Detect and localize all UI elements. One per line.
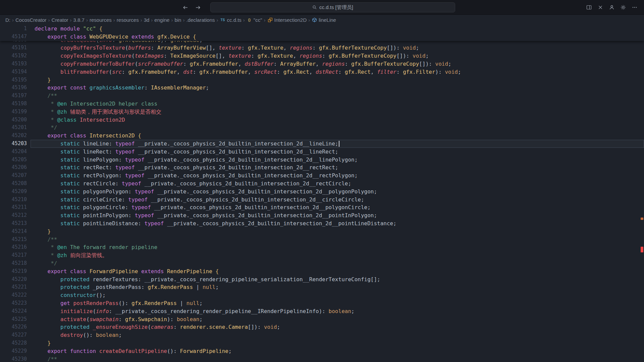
back-button[interactable] — [181, 3, 189, 11]
close-button[interactable] — [596, 3, 605, 12]
breadcrumb-item[interactable]: {}"cc" — [247, 17, 262, 23]
breadcrumb-item[interactable]: Intersection2D — [267, 17, 307, 23]
code-line[interactable]: 45195 } — [0, 76, 644, 84]
line-number[interactable]: 45224 — [0, 307, 27, 315]
line-number[interactable]: 45199 — [0, 108, 27, 116]
sticky-line[interactable]: 45147 export class WebGPUDevice extends … — [0, 33, 644, 41]
code-line[interactable]: 45208 static rectCircle: typeof __privat… — [0, 180, 644, 188]
code-line[interactable]: 45205 static linePolygon: typeof __priva… — [0, 156, 644, 164]
code-line[interactable]: 45214 } — [0, 228, 644, 236]
line-number[interactable]: 45212 — [0, 212, 27, 220]
line-number[interactable]: 45210 — [0, 196, 27, 204]
breadcrumb-item[interactable]: TScc.d.ts — [220, 17, 241, 23]
line-number[interactable]: 45205 — [0, 156, 27, 164]
breadcrumb-item[interactable]: 3.8.7 — [73, 17, 85, 23]
line-number[interactable]: 45204 — [0, 148, 27, 156]
line-number[interactable]: 45225 — [0, 315, 27, 323]
code-line[interactable]: 45197 /** — [0, 92, 644, 100]
code-line[interactable]: 45200 * @class Intersection2D — [0, 116, 644, 124]
breadcrumb-item[interactable]: .declarations — [186, 17, 215, 23]
breadcrumb-item[interactable]: D: — [5, 17, 10, 23]
code-line[interactable]: 45220 protected renderTextures: __privat… — [0, 276, 644, 284]
code-line[interactable]: 45226 protected _ensureEnoughSize(camera… — [0, 323, 644, 331]
code-line[interactable]: 45215 /** — [0, 236, 644, 244]
code-line[interactable]: 45211 static polygonCircle: typeof __pri… — [0, 203, 644, 212]
line-number[interactable]: 45228 — [0, 339, 27, 347]
code-line[interactable]: 45225 activate(swapchain: gfx.Swapchain)… — [0, 315, 644, 323]
code-line[interactable]: 45212 static pointInPolygon: typeof __pr… — [0, 212, 644, 220]
code-line[interactable]: 45194 blitFramebuffer(src: gfx.Framebuff… — [0, 68, 644, 76]
line-number[interactable]: 45215 — [0, 236, 27, 244]
code-line[interactable]: 45218 */ — [0, 259, 644, 267]
breadcrumb-item[interactable]: 3d — [144, 17, 150, 23]
command-center[interactable]: cc.d.ts [管理员] — [210, 2, 455, 12]
code-line[interactable]: 45223 get postRenderPass(): gfx.RenderPa… — [0, 299, 644, 307]
line-number[interactable]: 45207 — [0, 172, 27, 180]
code-line[interactable]: 45196 export const graphicsAssembler: IA… — [0, 84, 644, 92]
breadcrumb-item[interactable]: engine — [154, 17, 169, 23]
editor[interactable]: 45190 createQueue(info: gfx.QueueInfo): … — [0, 25, 644, 362]
forward-button[interactable] — [194, 3, 202, 11]
code-line[interactable]: 45222 constructor(); — [0, 291, 644, 299]
code-line[interactable]: 45204 static lineRect: typeof __private.… — [0, 148, 644, 156]
code-line[interactable]: 45191 copyBuffersToTexture(buffers: Arra… — [0, 44, 644, 52]
line-number[interactable]: 45222 — [0, 291, 27, 299]
breadcrumb-item[interactable]: resources — [90, 17, 112, 23]
code-line[interactable]: 45201 */ — [0, 124, 644, 132]
code-line[interactable]: 45227 destroy(): boolean; — [0, 331, 644, 339]
breadcrumb-item[interactable]: lineLine — [312, 17, 336, 23]
overview-ruler[interactable] — [640, 25, 644, 362]
line-number[interactable]: 45198 — [0, 100, 27, 108]
line-number[interactable]: 45203 — [0, 140, 27, 148]
layout-button[interactable] — [584, 3, 594, 12]
line-number[interactable]: 45202 — [0, 132, 27, 140]
code-line[interactable]: 45193 copyFramebufferToBuffer(srcFramebu… — [0, 60, 644, 68]
line-number[interactable]: 45214 — [0, 228, 27, 236]
more-button[interactable] — [630, 3, 639, 12]
code-line[interactable]: 45216 * @en The forward render pipeline — [0, 243, 644, 251]
line-number[interactable]: 1 — [0, 25, 27, 33]
line-number[interactable]: 45201 — [0, 124, 27, 132]
line-number[interactable]: 45194 — [0, 68, 27, 76]
code-line[interactable]: 45219 export class ForwardPipeline exten… — [0, 267, 644, 276]
code-line[interactable]: 45221 protected _postRenderPass: gfx.Ren… — [0, 283, 644, 291]
line-number[interactable]: 45191 — [0, 44, 27, 52]
line-number[interactable]: 45226 — [0, 323, 27, 331]
line-number[interactable]: 45195 — [0, 76, 27, 84]
line-number[interactable]: 45213 — [0, 220, 27, 228]
line-number[interactable]: 45209 — [0, 188, 27, 196]
line-number[interactable]: 45216 — [0, 243, 27, 251]
line-number[interactable]: 45230 — [0, 355, 27, 362]
account-button[interactable] — [607, 3, 616, 12]
code-line[interactable]: 45213 static pointLineDistance: typeof _… — [0, 220, 644, 228]
line-number[interactable]: 45229 — [0, 347, 27, 355]
line-number[interactable]: 45218 — [0, 259, 27, 267]
code-line[interactable]: 45224 initialize(info: __private._cocos_… — [0, 307, 644, 315]
line-number[interactable]: 45219 — [0, 267, 27, 276]
code-line[interactable]: 45230 /** — [0, 355, 644, 362]
line-number[interactable]: 45221 — [0, 283, 27, 291]
line-number[interactable]: 45206 — [0, 164, 27, 172]
line-number[interactable]: 45192 — [0, 52, 27, 60]
breadcrumb-item[interactable]: CocosCreator — [15, 17, 47, 23]
code-line[interactable]: 45202 export class Intersection2D { — [0, 132, 644, 140]
code-area[interactable]: 45190 createQueue(info: gfx.QueueInfo): … — [0, 36, 644, 362]
code-line[interactable]: 45203 static lineLine: typeof __private.… — [0, 140, 644, 148]
code-line[interactable]: 45229 export function createDefaultPipel… — [0, 347, 644, 355]
breadcrumb-item[interactable]: resources — [117, 17, 139, 23]
line-number[interactable]: 45217 — [0, 251, 27, 259]
code-line[interactable]: 45198 * @en Intersection2D helper class — [0, 100, 644, 108]
breadcrumb-item[interactable]: Creator — [52, 17, 68, 23]
line-number[interactable]: 45197 — [0, 92, 27, 100]
line-number[interactable]: 45220 — [0, 276, 27, 284]
overview-ruler-mark[interactable] — [641, 218, 643, 220]
line-number[interactable]: 45147 — [0, 33, 27, 41]
settings-gear-button[interactable] — [619, 3, 628, 12]
code-line[interactable]: 45209 static polygonPolygon: typeof __pr… — [0, 188, 644, 196]
line-number[interactable]: 45196 — [0, 84, 27, 92]
line-number[interactable]: 45223 — [0, 299, 27, 307]
code-line[interactable]: 45217 * @zh 前向渲染管线。 — [0, 251, 644, 259]
code-line[interactable]: 45199 * @zh 辅助类，用于测试形状与形状是否相交 — [0, 108, 644, 116]
code-line[interactable]: 45210 static circleCircle: typeof __priv… — [0, 196, 644, 204]
code-line[interactable]: 45228 } — [0, 339, 644, 347]
